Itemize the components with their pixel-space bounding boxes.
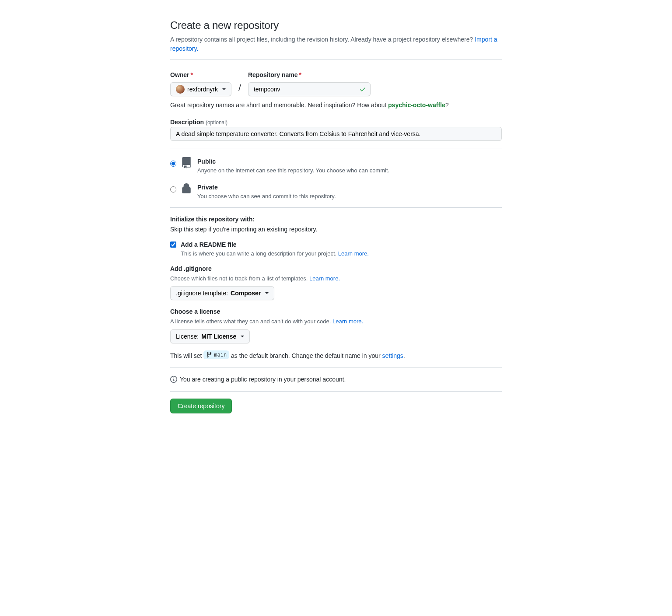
- description-label: Description (optional): [170, 119, 228, 126]
- check-icon: [359, 86, 366, 93]
- gitignore-template-select[interactable]: .gitignore template: Composer: [170, 286, 274, 300]
- readme-label: Add a README file: [181, 240, 369, 249]
- gitignore-learn-more-link[interactable]: Learn more.: [309, 275, 340, 282]
- private-label: Private: [197, 183, 336, 192]
- license-label: Choose a license: [170, 307, 502, 316]
- license-select[interactable]: License: MIT License: [170, 329, 250, 343]
- readme-sub: This is where you can write a long descr…: [181, 249, 369, 258]
- repo-name-input[interactable]: [248, 82, 371, 96]
- gitignore-label: Add .gitignore: [170, 264, 502, 273]
- git-branch-icon: [206, 352, 212, 358]
- default-branch-note: This will set main as the default branch…: [170, 350, 502, 360]
- name-suggestion-link[interactable]: psychic-octo-waffle: [388, 102, 445, 108]
- info-row: You are creating a public repository in …: [170, 375, 502, 384]
- avatar: [176, 85, 185, 94]
- description-input[interactable]: [170, 127, 502, 141]
- caret-down-icon: [222, 88, 226, 90]
- license-sub: A license tells others what they can and…: [170, 317, 502, 326]
- slash-separator: /: [238, 81, 241, 97]
- owner-label: Owner*: [170, 70, 231, 80]
- branch-pill: main: [203, 350, 229, 359]
- name-hint: Great repository names are short and mem…: [170, 101, 502, 110]
- public-label: Public: [197, 157, 389, 166]
- caret-down-icon: [265, 292, 269, 294]
- gitignore-sub: Choose which files not to track from a l…: [170, 274, 502, 283]
- divider: [170, 60, 502, 60]
- divider: [170, 148, 502, 148]
- info-icon: [170, 376, 177, 383]
- repo-icon: [181, 157, 193, 169]
- repo-name-label: Repository name*: [248, 70, 371, 80]
- public-sublabel: Anyone on the internet can see this repo…: [197, 166, 389, 175]
- private-sublabel: You choose who can see and commit to thi…: [197, 192, 336, 201]
- visibility-public-radio[interactable]: [170, 161, 176, 167]
- initialize-header: Initialize this repository with:: [170, 215, 502, 224]
- page-subtitle: A repository contains all project files,…: [170, 35, 502, 53]
- settings-link[interactable]: settings: [382, 352, 403, 359]
- readme-learn-more-link[interactable]: Learn more.: [338, 250, 369, 257]
- caret-down-icon: [241, 336, 244, 337]
- divider: [170, 368, 502, 368]
- visibility-private-radio[interactable]: [170, 186, 176, 192]
- lock-icon: [181, 183, 193, 195]
- owner-select[interactable]: rexfordnyrk: [170, 82, 231, 96]
- page-title: Create a new repository: [170, 18, 502, 33]
- create-repository-button[interactable]: Create repository: [170, 399, 232, 413]
- initialize-sub: Skip this step if you're importing an ex…: [170, 225, 502, 234]
- readme-checkbox[interactable]: [170, 242, 176, 248]
- divider: [170, 207, 502, 208]
- divider: [170, 391, 502, 392]
- license-learn-more-link[interactable]: Learn more.: [332, 318, 363, 325]
